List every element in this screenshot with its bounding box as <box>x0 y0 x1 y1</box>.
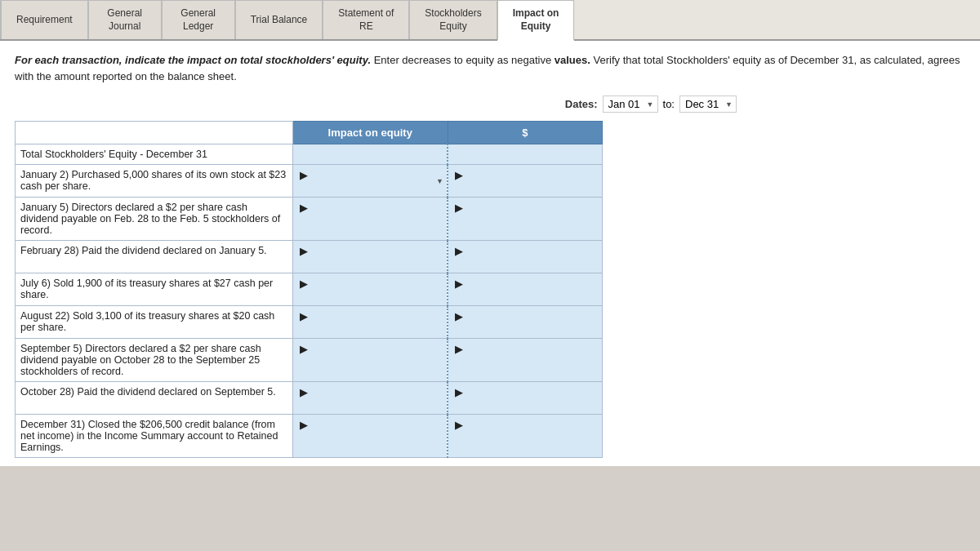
row-7-arrow2: ▶ <box>455 387 463 398</box>
row-0-input1[interactable] <box>293 144 448 165</box>
row-5-description: August 22) Sold 3,100 of its treasury sh… <box>16 306 293 339</box>
col-impact-header: Impact on equity <box>293 122 448 144</box>
row-0-input2[interactable] <box>448 144 603 165</box>
instruction-text: For each transaction, indicate the impac… <box>15 52 965 84</box>
tab-trial-balance[interactable]: Trial Balance <box>235 0 323 39</box>
row-4-input1[interactable]: ▶ <box>293 273 448 306</box>
row-6-input1-field[interactable] <box>300 355 440 367</box>
table-row: September 5) Directors declared a $2 per… <box>16 339 603 382</box>
row-2-input1[interactable]: ▶ <box>293 198 448 241</box>
col-dollar-header: $ <box>448 122 603 144</box>
col-desc-header <box>16 122 293 144</box>
row-3-arrow2: ▶ <box>455 246 463 257</box>
table-row: July 6) Sold 1,900 of its treasury share… <box>16 273 603 306</box>
row-7-arrow: ▶ <box>300 387 308 398</box>
row-2-description: January 5) Directors declared a $2 per s… <box>16 198 293 241</box>
row-4-input2[interactable]: ▶ <box>448 273 603 306</box>
row-4-arrow: ▶ <box>300 278 308 290</box>
tab-bar: Requirement GeneralJournal GeneralLedger… <box>0 0 980 41</box>
row-4-input2-field[interactable] <box>455 290 595 301</box>
instruction-normal1: Enter decreases to equity as negative <box>374 54 555 66</box>
row-4-input1-field[interactable] <box>300 290 440 301</box>
impact-table: Impact on equity $ Total Stockholders' E… <box>15 121 603 458</box>
row-8-description: December 31) Closed the $206,500 credit … <box>16 415 293 458</box>
row-3-input2-field[interactable] <box>455 257 595 269</box>
row-5-input2-field[interactable] <box>455 322 595 334</box>
row-7-input1[interactable]: ▶ <box>293 382 448 415</box>
tab-stockholders-equity[interactable]: StockholdersEquity <box>409 0 497 39</box>
row-5-input1-field[interactable] <box>300 322 440 334</box>
row-2-input1-field[interactable] <box>300 214 440 225</box>
row-1-arrow2: ▶ <box>455 170 463 181</box>
row-5-input2[interactable]: ▶ <box>448 306 603 339</box>
from-date-wrapper[interactable]: Jan 01 <box>603 96 658 113</box>
row-4-arrow2: ▶ <box>455 278 463 290</box>
row-1-input2[interactable]: ▶ <box>448 165 603 198</box>
instruction-bold-values: values. <box>555 54 590 66</box>
row-8-input1-field[interactable] <box>300 431 440 442</box>
row-2-input2-field[interactable] <box>455 214 595 225</box>
table-row: August 22) Sold 3,100 of its treasury sh… <box>16 306 603 339</box>
row-8-input1[interactable]: ▶ <box>293 415 448 458</box>
row-7-input2-field[interactable] <box>455 398 595 410</box>
row-1-description: January 2) Purchased 5,000 shares of its… <box>16 165 293 198</box>
row-2-arrow: ▶ <box>300 202 308 214</box>
content-area: For each transaction, indicate the impac… <box>0 41 980 466</box>
row-1-input1[interactable]: ▶ <box>293 165 448 198</box>
row-1-input2-field[interactable] <box>455 181 595 193</box>
row-5-arrow2: ▶ <box>455 311 463 322</box>
table-row: Total Stockholders' Equity - December 31 <box>16 144 603 165</box>
row-0-input2-field[interactable] <box>455 149 595 160</box>
row-6-arrow: ▶ <box>300 344 308 355</box>
row-1-input1-field[interactable] <box>300 181 440 193</box>
table-row: December 31) Closed the $206,500 credit … <box>16 415 603 458</box>
row-3-input2[interactable]: ▶ <box>448 241 603 273</box>
row-8-arrow2: ▶ <box>455 420 463 431</box>
row-6-input2-field[interactable] <box>455 355 595 367</box>
row-8-input2[interactable]: ▶ <box>448 415 603 458</box>
row-8-input2-field[interactable] <box>455 431 595 442</box>
row-2-arrow2: ▶ <box>455 202 463 214</box>
row-5-arrow: ▶ <box>300 311 308 322</box>
table-row: January 5) Directors declared a $2 per s… <box>16 198 603 241</box>
table-row: January 2) Purchased 5,000 shares of its… <box>16 165 603 198</box>
row-1-arrow: ▶ <box>300 170 308 181</box>
table-row: February 28) Paid the dividend declared … <box>16 241 603 273</box>
row-5-input1[interactable]: ▶ <box>293 306 448 339</box>
tab-impact-on-equity[interactable]: Impact onEquity <box>497 0 575 41</box>
row-6-description: September 5) Directors declared a $2 per… <box>16 339 293 382</box>
instruction-bold-italic: For each transaction, indicate the impac… <box>15 54 371 66</box>
row-4-description: July 6) Sold 1,900 of its treasury share… <box>16 273 293 306</box>
table-row: October 28) Paid the dividend declared o… <box>16 382 603 415</box>
row-3-input1-field[interactable] <box>300 257 440 269</box>
row-2-input2[interactable]: ▶ <box>448 198 603 241</box>
tab-requirement[interactable]: Requirement <box>0 0 88 39</box>
dates-label: Dates: <box>565 98 598 110</box>
row-3-arrow: ▶ <box>300 246 308 257</box>
row-0-input1-field[interactable] <box>300 149 440 160</box>
from-date-select[interactable]: Jan 01 <box>603 96 658 113</box>
row-6-arrow2: ▶ <box>455 344 463 355</box>
row-7-input2[interactable]: ▶ <box>448 382 603 415</box>
row-3-description: February 28) Paid the dividend declared … <box>16 241 293 273</box>
tab-general-ledger[interactable]: GeneralLedger <box>162 0 235 39</box>
row-7-description: October 28) Paid the dividend declared o… <box>16 382 293 415</box>
to-label: to: <box>663 98 675 110</box>
row-8-arrow: ▶ <box>300 420 308 431</box>
to-date-select[interactable]: Dec 31 <box>679 96 737 113</box>
dates-row: Dates: Jan 01 to: Dec 31 <box>15 96 965 113</box>
row-6-input1[interactable]: ▶ <box>293 339 448 382</box>
row-0-description: Total Stockholders' Equity - December 31 <box>16 144 293 165</box>
tab-general-journal[interactable]: GeneralJournal <box>88 0 162 39</box>
row-6-input2[interactable]: ▶ <box>448 339 603 382</box>
to-date-wrapper[interactable]: Dec 31 <box>679 96 737 113</box>
row-3-input1[interactable]: ▶ <box>293 241 448 273</box>
tab-statement-re[interactable]: Statement ofRE <box>323 0 409 39</box>
row-7-input1-field[interactable] <box>300 398 440 410</box>
